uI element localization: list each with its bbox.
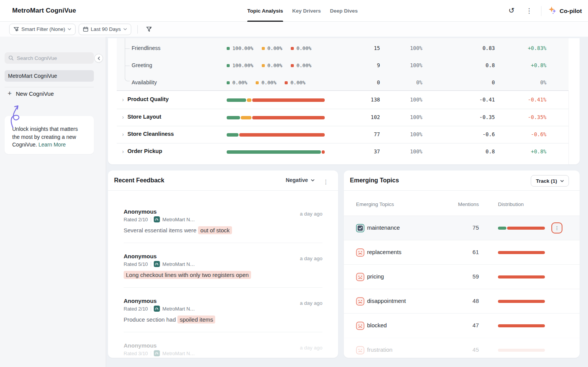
filter-bar: Smart Filter (None) Last 90 Days bbox=[0, 22, 588, 37]
sentiment-bar bbox=[227, 133, 325, 137]
copilot-label: Co-pilot bbox=[559, 8, 582, 14]
feedback-text-highlight: Long checkout lines with only two regist… bbox=[124, 271, 251, 279]
feedback-text-highlight: out of stock bbox=[198, 226, 232, 234]
track-label: Track (1) bbox=[536, 178, 557, 184]
feedback-item[interactable]: Anonymous Rated 5/10 MetroMart N… a day … bbox=[124, 253, 322, 298]
feedback-item[interactable]: Anonymous Rated 3/10 MetroMart N… a day … bbox=[124, 342, 322, 358]
table-row-greeting[interactable]: Greeting 100.00% 0.00% 0.00% 9 100% 0.8 … bbox=[117, 57, 569, 74]
feedback-rating: Rated 3/10 bbox=[124, 351, 148, 356]
topic-row-blocked[interactable]: blocked 47 bbox=[344, 313, 580, 338]
feedback-item[interactable]: Anonymous Rated 2/10 MetroMart N… a day … bbox=[124, 208, 322, 253]
topic-menu-button[interactable]: ⋮ bbox=[551, 222, 562, 233]
table-row-product-quality[interactable]: › Product Quality 138 100% -0.41 -0.41% bbox=[117, 92, 569, 109]
feedback-meta: Rated 3/10 MetroMart N… bbox=[124, 350, 322, 356]
topic-label: Store Layout bbox=[127, 114, 161, 120]
column-header-topics: Emerging Topics bbox=[356, 201, 394, 207]
copilot-button[interactable]: Co-pilot bbox=[548, 6, 582, 16]
positive-pct: 100.00% bbox=[232, 63, 253, 68]
tab-key-drivers[interactable]: Key Drivers bbox=[292, 0, 321, 22]
feedback-meta: Rated 2/10 MetroMart N… bbox=[124, 306, 322, 312]
feedback-menu-button[interactable]: ⋮ bbox=[321, 176, 331, 187]
meta-divider bbox=[151, 262, 151, 267]
table-row-friendliness[interactable]: Friendliness 100.00% 0.00% 0.00% 15 100%… bbox=[117, 40, 569, 57]
refresh-icon: ↺ bbox=[508, 7, 514, 14]
tracked-checkbox[interactable] bbox=[356, 224, 364, 232]
check-icon bbox=[359, 227, 362, 230]
refresh-button[interactable]: ↺ bbox=[506, 6, 517, 16]
table-row-store-cleanliness[interactable]: › Store Cleanliness 77 100% -0.6 -0.6% bbox=[117, 126, 569, 143]
coverage-percent: 100% bbox=[396, 114, 422, 120]
table-row-availability[interactable]: Availability 0.00% 0.00% 0.00% 0 0% 0 0% bbox=[117, 74, 569, 92]
feedback-source: MetroMart N… bbox=[163, 306, 195, 312]
distribution-bar bbox=[498, 251, 545, 254]
emerging-topics-header: Emerging Topics Track (1) bbox=[344, 171, 580, 191]
negative-swatch bbox=[291, 47, 294, 50]
feedback-sentiment-dropdown[interactable]: Negative bbox=[286, 177, 315, 183]
tab-deep-dives[interactable]: Deep Dives bbox=[330, 0, 358, 22]
feedback-item[interactable]: Anonymous Rated 2/10 MetroMart N… a day … bbox=[124, 298, 322, 342]
chevron-right-icon[interactable]: › bbox=[122, 131, 124, 137]
search-icon bbox=[8, 55, 14, 61]
table-row-store-layout[interactable]: › Store Layout 102 100% -0.35 -0.35% bbox=[117, 109, 569, 126]
mentions-count: 77 bbox=[357, 131, 380, 137]
chevron-right-icon[interactable]: › bbox=[122, 114, 124, 120]
feedback-text: Several essential items were out of stoc… bbox=[124, 226, 232, 235]
tab-topic-analysis[interactable]: Topic Analysis bbox=[247, 0, 283, 22]
negative-swatch bbox=[285, 81, 288, 84]
negative-pct: 0.00% bbox=[296, 63, 311, 68]
sentiment-score: -0.35 bbox=[468, 114, 495, 120]
topic-label: blocked bbox=[367, 322, 387, 328]
search-input[interactable] bbox=[17, 55, 82, 61]
feedback-text: Produce section had spoiled items bbox=[124, 315, 215, 324]
score-change: -0.6% bbox=[516, 131, 546, 137]
sentiment-score: -0.41 bbox=[468, 97, 495, 103]
new-cognivue-button[interactable]: + New CogniVue bbox=[8, 90, 54, 97]
meta-divider bbox=[151, 217, 151, 222]
filter-divider bbox=[137, 25, 138, 34]
feedback-timestamp: a day ago bbox=[300, 256, 322, 261]
learn-more-link[interactable]: Learn More bbox=[39, 142, 66, 148]
subtopic-group: Friendliness 100.00% 0.00% 0.00% 15 100%… bbox=[117, 38, 569, 91]
sad-face-icon bbox=[356, 297, 364, 306]
sidebar-item-metromart-cognivue[interactable]: MetroMart CogniVue bbox=[5, 70, 94, 82]
header-actions: ↺ ⋮ Co-pilot bbox=[506, 0, 582, 22]
distribution-bar bbox=[498, 227, 545, 230]
kebab-icon: ⋮ bbox=[526, 8, 532, 14]
column-header-distribution: Distribution bbox=[498, 201, 524, 207]
calendar-icon bbox=[83, 26, 89, 32]
header-menu-button[interactable]: ⋮ bbox=[524, 6, 534, 16]
positive-pct: 100.00% bbox=[232, 45, 253, 51]
sentiment-score: -0.6 bbox=[468, 131, 495, 137]
feedback-source: MetroMart N… bbox=[163, 351, 195, 356]
topic-label: Store Cleanliness bbox=[127, 131, 174, 137]
smart-filter-label: Smart Filter (None) bbox=[21, 26, 65, 32]
recent-feedback-title: Recent Feedback bbox=[114, 177, 164, 184]
feedback-author: Anonymous bbox=[124, 253, 322, 259]
date-range-dropdown[interactable]: Last 90 Days bbox=[79, 24, 131, 35]
topic-row-replacements[interactable]: replacements 61 bbox=[344, 240, 580, 264]
neutral-swatch bbox=[262, 64, 265, 67]
sidebar: MetroMart CogniVue + New CogniVue Unlock… bbox=[0, 37, 106, 367]
chevron-right-icon[interactable]: › bbox=[122, 148, 124, 155]
sidebar-search[interactable] bbox=[5, 52, 94, 64]
sidebar-collapse-button[interactable] bbox=[94, 54, 103, 63]
topic-row-disappointment[interactable]: disappointment 48 bbox=[344, 289, 580, 313]
topic-mentions: 61 bbox=[456, 249, 479, 255]
topic-row-pricing[interactable]: pricing 59 bbox=[344, 264, 580, 289]
add-filter-button[interactable] bbox=[144, 24, 155, 35]
table-row-order-pickup[interactable]: › Order Pickup 37 100% 0.8 +0.8% bbox=[117, 143, 569, 160]
feedback-rating: Rated 2/10 bbox=[124, 217, 148, 222]
mentions-count: 9 bbox=[357, 62, 380, 68]
feedback-text-plain: Produce section had bbox=[124, 316, 177, 323]
track-dropdown[interactable]: Track (1) bbox=[531, 175, 569, 187]
coverage-percent: 100% bbox=[396, 97, 422, 103]
topic-row-maintenance[interactable]: maintenance 75 ⋮ bbox=[344, 216, 580, 240]
chevron-right-icon[interactable]: › bbox=[122, 97, 124, 103]
smart-filter-dropdown[interactable]: Smart Filter (None) bbox=[9, 24, 76, 35]
plus-icon: + bbox=[8, 90, 12, 97]
topic-row-frustration[interactable]: frustration 45 bbox=[344, 338, 580, 358]
coverage-percent: 0% bbox=[396, 79, 422, 85]
topic-mentions: 48 bbox=[456, 298, 479, 304]
column-header-mentions: Mentions bbox=[452, 201, 479, 207]
app-title: MetroMart CogniVue bbox=[12, 7, 76, 14]
